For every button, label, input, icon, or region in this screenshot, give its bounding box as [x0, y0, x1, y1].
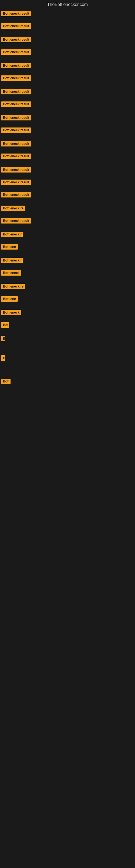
bottleneck-result-badge[interactable]: Bottleneck result [1, 192, 31, 197]
bottleneck-result-badge[interactable]: Bottleneck result [1, 180, 31, 185]
list-item: Bottleneck result [0, 152, 135, 162]
bottleneck-result-badge[interactable]: B [1, 355, 5, 361]
list-item: Bottleneck result [0, 87, 135, 97]
list-item: Bottleneck result [0, 61, 135, 71]
bottleneck-result-badge[interactable]: Bottlene [1, 296, 18, 302]
bottleneck-result-badge[interactable]: Bott [1, 379, 10, 384]
site-title: TheBottlenecker.com [0, 0, 135, 8]
bottleneck-result-badge[interactable]: Bottleneck result [1, 23, 31, 29]
bottleneck-result-badge[interactable]: Bottleneck re [1, 206, 26, 211]
bottleneck-result-badge[interactable]: Bottleneck result [1, 154, 31, 159]
bottleneck-result-badge[interactable]: Bottleneck result [1, 115, 31, 120]
bottleneck-result-badge[interactable]: Bottleneck result [1, 63, 31, 68]
list-item: Bott [0, 377, 135, 387]
list-item: Bottleneck result [0, 22, 135, 31]
bottleneck-result-badge[interactable]: Bottleneck result [1, 218, 31, 223]
bottleneck-result-badge[interactable]: Bottleneck result [1, 75, 31, 81]
list-item: Bottleneck result [0, 165, 135, 175]
list-item: Bottleneck result [0, 35, 135, 45]
list-item: Bottleneck result [0, 74, 135, 84]
list-item: Bottleneck r [0, 256, 135, 266]
bottleneck-result-badge[interactable]: Bottleneck result [1, 141, 31, 147]
list-item: Bottleneck result [0, 9, 135, 19]
bottleneck-result-badge[interactable]: Bottleneck result [1, 89, 31, 94]
bottleneck-result-badge[interactable]: Bottleneck result [1, 11, 31, 16]
list-item: Bottleneck result [0, 178, 135, 188]
bottleneck-result-badge[interactable]: Bottleneck r [1, 231, 23, 237]
bottleneck-result-badge[interactable]: Bottleneck result [1, 37, 31, 42]
list-item: Bottlene [0, 294, 135, 304]
list-item [0, 347, 135, 350]
list-item: Bottleneck re [0, 204, 135, 214]
list-item: Bottleneck result [0, 216, 135, 226]
list-item: B [0, 334, 135, 344]
bottleneck-result-badge[interactable]: Bottleneck [1, 310, 21, 315]
list-item: Bottleneck result [0, 140, 135, 149]
list-item: Bottleneck [0, 308, 135, 318]
bottleneck-result-badge[interactable]: B [1, 336, 5, 341]
bottleneck-result-badge[interactable]: Bottleneck [1, 270, 21, 276]
bottleneck-result-badge[interactable]: Bot [1, 322, 9, 328]
list-item: Bottleneck result [0, 100, 135, 110]
bottleneck-result-badge[interactable]: Bottleneck r [1, 258, 23, 263]
bottleneck-result-badge[interactable]: Bottleneck result [1, 167, 31, 173]
list-item: Bottleneck result [0, 48, 135, 58]
list-item: Bottleneck result [0, 190, 135, 200]
list-item: Bottleneck re [0, 282, 135, 292]
bottleneck-result-badge[interactable]: Bottleneck result [1, 50, 31, 55]
bottleneck-result-badge[interactable]: Bottlene [1, 244, 18, 250]
list-item: Bottleneck r [0, 230, 135, 240]
list-item: Bottlene [0, 243, 135, 252]
list-item: Bottleneck result [0, 126, 135, 135]
bottleneck-result-badge[interactable]: Bottleneck re [1, 284, 26, 289]
list-item: Bottleneck [0, 269, 135, 278]
list-item: Bottleneck result [0, 113, 135, 123]
bottleneck-result-badge[interactable]: Bottleneck result [1, 101, 31, 107]
list-item: Bot [0, 321, 135, 330]
list-item: B [0, 354, 135, 364]
bottleneck-result-badge[interactable]: Bottleneck result [1, 127, 31, 133]
list-item [0, 390, 135, 393]
